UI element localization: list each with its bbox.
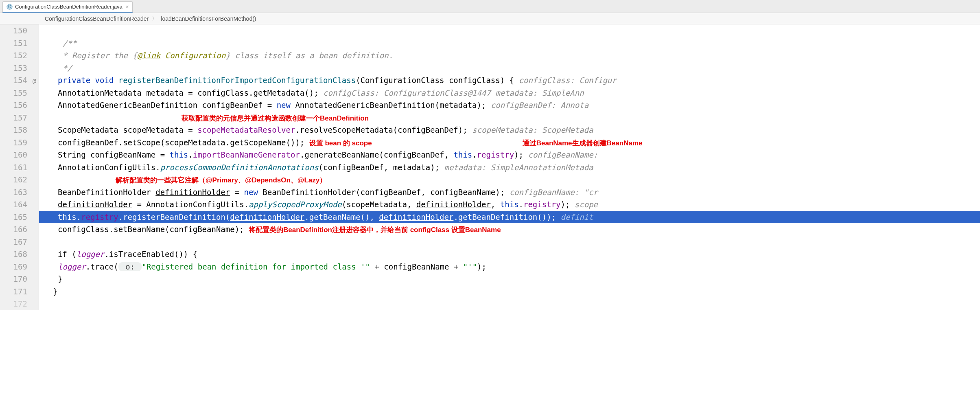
line-number: 159 — [0, 136, 27, 149]
line-number: 150 — [0, 24, 27, 37]
code-line-highlighted[interactable]: this.registry.registerBeanDefinition(def… — [39, 211, 980, 224]
code-line[interactable]: definitionHolder = AnnotationConfigUtils… — [39, 198, 980, 211]
chevron-right-icon: 〉 — [152, 15, 158, 22]
breadcrumb-class[interactable]: ConfigurationClassBeanDefinitionReader — [45, 15, 149, 22]
code-line[interactable] — [39, 298, 980, 310]
line-number: 157 — [0, 112, 27, 124]
annotation-comment: 将配置类的BeanDefinition注册进容器中，并给当前 configCla… — [249, 226, 501, 234]
line-number: 160 — [0, 149, 27, 161]
tab-filename: ConfigurationClassBeanDefinitionReader.j… — [15, 4, 122, 10]
line-number: 167 — [0, 236, 27, 248]
code-line[interactable]: */ — [39, 62, 980, 75]
code-line[interactable]: AnnotationMetadata metadata = configClas… — [39, 87, 980, 99]
annotation-comment: 设置 bean 的 scope — [309, 139, 372, 147]
code-line[interactable]: AnnotatedGenericBeanDefinition configBea… — [39, 99, 980, 112]
line-number: 158 — [0, 124, 27, 136]
breadcrumb: ConfigurationClassBeanDefinitionReader 〉… — [0, 13, 980, 24]
line-number: 153 — [0, 62, 27, 75]
code-line[interactable]: logger.trace( o: "Registered bean defini… — [39, 261, 980, 273]
code-line[interactable]: private void registerBeanDefinitionForIm… — [39, 74, 980, 87]
line-number: 171 — [0, 285, 27, 298]
line-number: 156 — [0, 99, 27, 112]
annotation-comment: 获取配置类的元信息并通过构造函数创建一个BeanDefinition — [182, 114, 369, 122]
line-number: 168 — [0, 248, 27, 261]
line-number: 166 — [0, 223, 27, 236]
code-line[interactable]: String configBeanName = this.importBeanN… — [39, 149, 980, 161]
close-icon[interactable]: × — [126, 4, 129, 10]
line-number: 162 — [0, 173, 27, 186]
code-area[interactable]: /** * Register the {@link Configuration}… — [39, 24, 980, 310]
code-line[interactable]: 获取配置类的元信息并通过构造函数创建一个BeanDefinition — [39, 112, 980, 124]
line-number: 154@ — [0, 74, 27, 87]
line-number: 163 — [0, 186, 27, 199]
line-number: 169 — [0, 261, 27, 273]
parameter-hint: o: — [118, 262, 142, 271]
code-line[interactable]: if (logger.isTraceEnabled()) { — [39, 248, 980, 261]
file-tab[interactable]: C ConfigurationClassBeanDefinitionReader… — [2, 1, 133, 13]
code-line[interactable] — [39, 24, 980, 37]
breadcrumb-method[interactable]: loadBeanDefinitionsForBeanMethod() — [161, 15, 256, 22]
code-line[interactable]: AnnotationConfigUtils.processCommonDefin… — [39, 161, 980, 174]
code-line[interactable]: /** — [39, 37, 980, 50]
code-line[interactable]: BeanDefinitionHolder definitionHolder = … — [39, 186, 980, 199]
svg-text:C: C — [8, 4, 11, 9]
line-number: 165 — [0, 211, 27, 224]
code-line[interactable]: ScopeMetadata scopeMetadata = scopeMetad… — [39, 124, 980, 136]
gutter: 150 151 152 153 154@ 155 156 157 158 159… — [0, 24, 39, 310]
annotation-comment: 通过BeanName生成器创建BeanName — [523, 139, 643, 147]
code-line[interactable]: } — [39, 285, 980, 298]
line-number: 170 — [0, 273, 27, 285]
line-number: 172 — [0, 298, 27, 310]
tab-bar: C ConfigurationClassBeanDefinitionReader… — [0, 0, 980, 13]
line-number: 164 — [0, 198, 27, 211]
annotation-comment: 解析配置类的一些其它注解（@Primary、@DependsOn、@Lazy） — [116, 176, 326, 184]
annotation-gutter-icon[interactable]: @ — [33, 75, 36, 88]
java-class-icon: C — [6, 4, 13, 10]
editor[interactable]: 150 151 152 153 154@ 155 156 157 158 159… — [0, 24, 980, 310]
code-line[interactable]: configBeanDef.setScope(scopeMetadata.get… — [39, 136, 980, 149]
line-number: 155 — [0, 87, 27, 99]
code-line[interactable]: } — [39, 273, 980, 285]
code-line[interactable]: configClass.setBeanName(configBeanName);… — [39, 223, 980, 236]
code-line[interactable] — [39, 236, 980, 248]
line-number: 161 — [0, 161, 27, 174]
code-line[interactable]: * Register the {@link Configuration} cla… — [39, 49, 980, 62]
line-number: 151 — [0, 37, 27, 50]
code-line[interactable]: 解析配置类的一些其它注解（@Primary、@DependsOn、@Lazy） — [39, 173, 980, 186]
line-number: 152 — [0, 49, 27, 62]
